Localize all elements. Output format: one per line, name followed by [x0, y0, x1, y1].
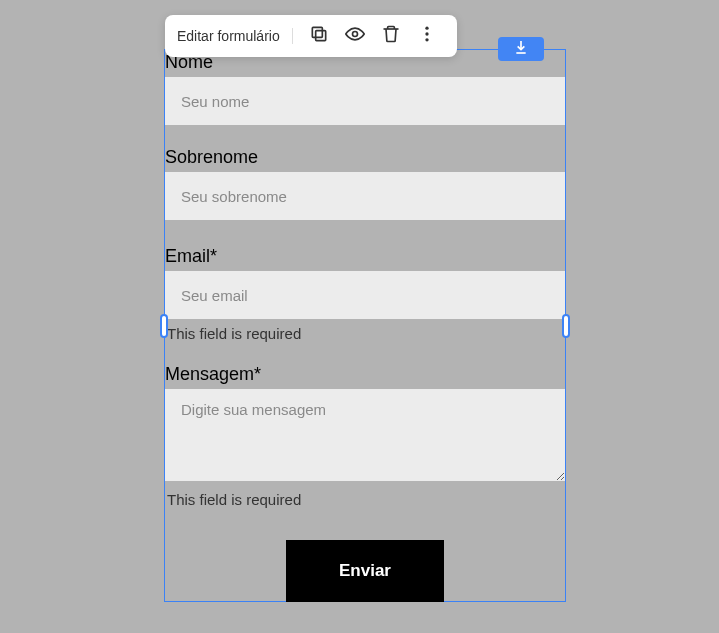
error-mensagem: This field is required — [165, 485, 565, 508]
field-sobrenome: Sobrenome — [165, 147, 565, 220]
submit-row: Enviar — [165, 540, 565, 602]
field-mensagem: Mensagem* This field is required — [165, 364, 565, 508]
field-email: Email* This field is required — [165, 246, 565, 342]
editor-toolbar: Editar formulário — [165, 15, 457, 57]
preview-button[interactable] — [337, 18, 373, 54]
svg-rect-1 — [312, 27, 322, 37]
resize-handle-left[interactable] — [160, 314, 168, 338]
submit-button[interactable]: Enviar — [286, 540, 444, 602]
download-button[interactable] — [498, 37, 544, 61]
form-selection-frame[interactable]: Nome Sobrenome Email* This field is requ… — [164, 49, 566, 602]
label-mensagem: Mensagem* — [165, 364, 565, 389]
svg-point-4 — [425, 32, 428, 35]
toolbar-title: Editar formulário — [177, 28, 293, 44]
input-email[interactable] — [165, 271, 565, 319]
svg-point-5 — [425, 38, 428, 41]
eye-icon — [345, 24, 365, 48]
svg-point-2 — [352, 32, 357, 37]
svg-point-3 — [425, 27, 428, 30]
delete-button[interactable] — [373, 18, 409, 54]
label-email: Email* — [165, 246, 565, 271]
trash-icon — [381, 24, 401, 48]
input-nome[interactable] — [165, 77, 565, 125]
resize-handle-right[interactable] — [562, 314, 570, 338]
download-icon — [513, 39, 529, 59]
input-mensagem[interactable] — [165, 389, 565, 481]
input-sobrenome[interactable] — [165, 172, 565, 220]
copy-button[interactable] — [301, 18, 337, 54]
svg-rect-0 — [315, 31, 325, 41]
more-button[interactable] — [409, 18, 445, 54]
field-nome: Nome — [165, 52, 565, 125]
copy-icon — [309, 24, 329, 48]
error-email: This field is required — [165, 319, 565, 342]
more-vertical-icon — [417, 24, 437, 48]
label-sobrenome: Sobrenome — [165, 147, 565, 172]
